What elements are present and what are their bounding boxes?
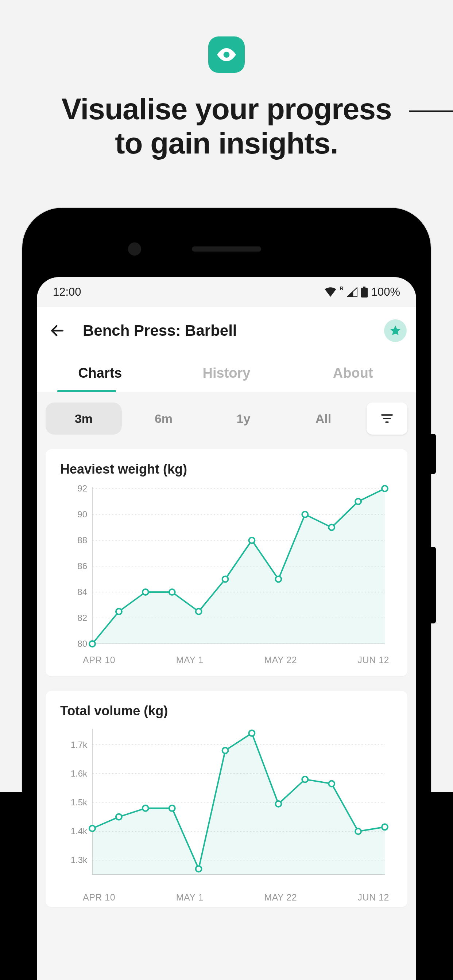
phone-side-button — [431, 434, 436, 474]
svg-point-25 — [143, 589, 148, 595]
tab-charts[interactable]: Charts — [37, 355, 163, 392]
decorative-rule — [409, 110, 453, 112]
range-label: 6m — [155, 412, 172, 426]
svg-text:1.3k: 1.3k — [71, 855, 88, 865]
eye-icon — [208, 37, 245, 73]
battery-icon — [361, 286, 368, 298]
svg-text:80: 80 — [77, 639, 87, 648]
range-label: All — [316, 412, 331, 426]
card-title: Total volume (kg) — [60, 703, 393, 719]
svg-point-55 — [302, 776, 308, 783]
range-3m[interactable]: 3m — [46, 402, 122, 434]
phone-side-button — [431, 547, 436, 624]
svg-point-33 — [355, 499, 361, 504]
svg-point-26 — [169, 589, 175, 595]
promo-title: Visualise your progress to gain insights… — [0, 92, 453, 161]
page-title: Bench Press: Barbell — [83, 322, 370, 339]
filter-icon — [381, 413, 393, 424]
back-button[interactable] — [46, 320, 68, 342]
svg-point-47 — [89, 826, 95, 831]
x-tick-label: MAY 22 — [264, 892, 297, 903]
svg-point-58 — [382, 824, 388, 830]
total-volume-card: Total volume (kg) 1.3k1.4k1.5k1.6k1.7k A… — [46, 691, 407, 907]
svg-text:92: 92 — [77, 484, 87, 493]
phone-frame: 12:00 R 100% Bench Press: Barbell Charts — [22, 208, 431, 980]
x-axis-labels: APR 10MAY 1MAY 22JUN 12 — [60, 655, 393, 665]
svg-point-52 — [222, 748, 228, 753]
filter-button[interactable] — [367, 402, 407, 434]
status-time: 12:00 — [53, 285, 81, 299]
status-bar: 12:00 R 100% — [37, 277, 416, 307]
promo-title-line2: to gain insights. — [115, 127, 338, 160]
card-title: Heaviest weight (kg) — [60, 461, 393, 477]
battery-percent: 100% — [371, 285, 400, 299]
svg-point-56 — [329, 781, 335, 787]
svg-point-29 — [249, 538, 255, 543]
svg-point-50 — [169, 805, 175, 811]
screen: 12:00 R 100% Bench Press: Barbell Charts — [37, 277, 416, 980]
tab-label: History — [203, 365, 250, 380]
range-1y[interactable]: 1y — [205, 402, 282, 434]
svg-point-48 — [116, 814, 122, 820]
x-tick-label: APR 10 — [83, 892, 115, 903]
svg-point-27 — [196, 608, 202, 614]
x-tick-label: JUN 12 — [358, 892, 389, 903]
tab-label: About — [333, 365, 373, 380]
svg-point-0 — [223, 52, 230, 58]
svg-rect-1 — [363, 286, 365, 288]
svg-point-32 — [329, 525, 335, 530]
svg-text:86: 86 — [77, 561, 87, 571]
svg-text:90: 90 — [77, 509, 87, 519]
tab-about[interactable]: About — [290, 355, 416, 392]
svg-point-51 — [196, 866, 202, 872]
x-tick-label: MAY 22 — [264, 655, 297, 665]
x-tick-label: JUN 12 — [358, 655, 389, 665]
svg-rect-2 — [361, 288, 368, 298]
signal-badge: R — [340, 285, 344, 291]
svg-text:1.6k: 1.6k — [71, 768, 88, 778]
svg-text:88: 88 — [77, 535, 87, 545]
svg-point-23 — [89, 641, 95, 647]
svg-point-28 — [222, 576, 228, 582]
phone-speaker — [192, 247, 261, 251]
svg-text:1.4k: 1.4k — [71, 826, 88, 836]
arrow-left-icon — [49, 323, 65, 339]
range-6m[interactable]: 6m — [126, 402, 202, 434]
x-axis-labels: APR 10MAY 1MAY 22JUN 12 — [60, 892, 393, 903]
svg-text:1.7k: 1.7k — [71, 740, 88, 749]
tabs: Charts History About — [37, 355, 416, 392]
signal-icon — [347, 287, 357, 297]
svg-point-54 — [275, 801, 281, 807]
x-tick-label: MAY 1 — [176, 892, 204, 903]
svg-point-31 — [302, 512, 308, 517]
svg-text:1.5k: 1.5k — [71, 797, 88, 807]
svg-point-57 — [355, 828, 361, 834]
svg-point-34 — [382, 485, 388, 492]
svg-point-53 — [249, 730, 255, 736]
wifi-icon — [325, 287, 336, 297]
x-tick-label: APR 10 — [83, 655, 115, 665]
range-label: 3m — [75, 412, 93, 426]
tab-label: Charts — [78, 365, 122, 380]
app-header: Bench Press: Barbell — [37, 307, 416, 355]
svg-text:84: 84 — [77, 587, 87, 597]
x-tick-label: MAY 1 — [176, 655, 204, 665]
star-icon — [389, 325, 402, 337]
svg-point-30 — [275, 576, 281, 582]
total-volume-chart[interactable]: 1.3k1.4k1.5k1.6k1.7k — [60, 726, 393, 879]
promo-title-line1: Visualise your progress — [61, 92, 391, 126]
heaviest-weight-card: Heaviest weight (kg) 80828486889092 APR … — [46, 449, 407, 676]
heaviest-weight-chart[interactable]: 80828486889092 — [60, 484, 393, 648]
svg-text:82: 82 — [77, 613, 87, 623]
range-label: 1y — [237, 412, 250, 426]
favorite-button[interactable] — [384, 320, 407, 342]
phone-camera — [128, 242, 141, 256]
range-all[interactable]: All — [285, 402, 362, 434]
time-range-bar: 3m 6m 1y All — [37, 392, 416, 434]
svg-point-49 — [143, 805, 148, 811]
tab-history[interactable]: History — [163, 355, 290, 392]
svg-point-24 — [116, 608, 122, 614]
